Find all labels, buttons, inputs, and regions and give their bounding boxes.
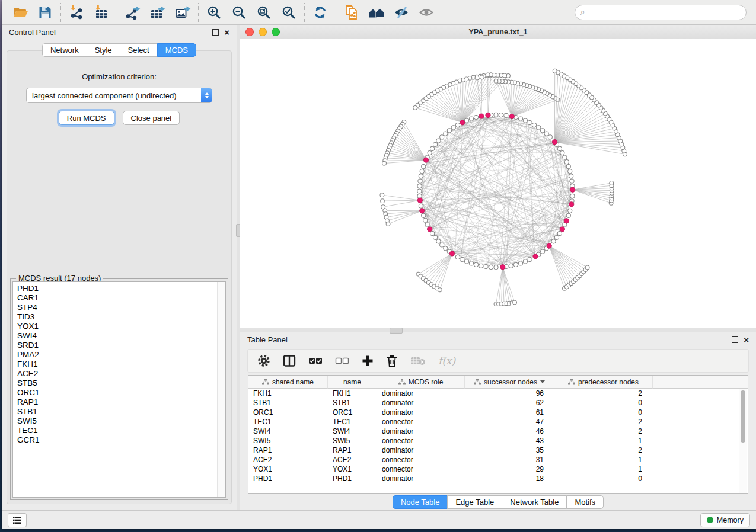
table-tab-network-table[interactable]: Network Table (502, 495, 567, 509)
mcds-result-list[interactable]: PHD1CAR1STP4TID3YOX1SWI4SRD1PMA2FKH1ACE2… (12, 281, 226, 498)
scrollbar-thumb[interactable] (741, 390, 745, 443)
mcds-result-item[interactable]: TID3 (17, 312, 217, 322)
mcds-result-item[interactable]: ACE2 (17, 369, 217, 379)
show-preview-icon[interactable] (414, 2, 439, 23)
float-panel-icon[interactable] (212, 29, 219, 36)
column-settings-icon[interactable] (257, 354, 270, 367)
memory-button[interactable]: Memory (700, 513, 750, 527)
select-all-rows-icon[interactable] (308, 357, 323, 365)
cell-shared-name: RAP1 (248, 446, 328, 455)
table-row[interactable]: ORC1ORC1dominator610 (248, 408, 748, 417)
table-panel-title: Table Panel (247, 335, 288, 344)
minimize-window-icon[interactable] (259, 28, 267, 36)
table-scrollbar[interactable] (739, 389, 747, 493)
close-window-icon[interactable] (245, 28, 254, 36)
table-row[interactable]: ACE2ACE2connector311 (248, 455, 748, 464)
mcds-result-item[interactable]: YOX1 (17, 322, 217, 331)
close-panel-button[interactable]: Close panel (123, 111, 180, 125)
apply-layout-icon[interactable] (308, 2, 333, 23)
tab-mcds[interactable]: MCDS (157, 43, 196, 57)
network-canvas[interactable] (240, 39, 756, 328)
zoom-out-icon[interactable] (227, 2, 251, 23)
import-network-icon[interactable] (64, 2, 89, 23)
mcds-result-item[interactable]: CAR1 (17, 293, 217, 303)
close-panel-icon[interactable]: × (744, 337, 749, 342)
search-input[interactable] (588, 7, 741, 17)
status-bar: Memory (2, 510, 756, 529)
column-header-successor-nodes[interactable]: successor nodes (465, 376, 554, 389)
table-row[interactable]: STB1STB1dominator620 (248, 398, 748, 408)
close-panel-icon[interactable]: × (224, 30, 229, 35)
function-builder-icon: f(x) (438, 355, 455, 367)
home-view-icon[interactable] (364, 2, 389, 23)
mcds-result-item[interactable]: ORC1 (17, 388, 217, 398)
table-row[interactable]: TEC1TEC1connector472 (248, 417, 748, 427)
mcds-result-item[interactable]: PMA2 (17, 350, 217, 360)
mcds-result-item[interactable]: SRD1 (17, 341, 217, 350)
add-column-icon[interactable] (362, 355, 374, 367)
mcds-result-item[interactable]: STB1 (17, 407, 217, 416)
zoom-in-icon[interactable] (202, 2, 227, 23)
control-panel-title: Control Panel (9, 28, 56, 37)
hide-elements-icon[interactable] (389, 2, 414, 23)
save-icon[interactable] (33, 2, 58, 23)
mcds-list-scrollbar[interactable] (217, 282, 225, 497)
table-tab-edge-table[interactable]: Edge Table (447, 495, 502, 509)
cell-successor-nodes: 62 (465, 398, 554, 408)
search-box[interactable]: ⌕ (575, 5, 747, 20)
cell-mcds-role: dominator (377, 398, 465, 408)
column-selector-icon[interactable] (283, 354, 296, 367)
zoom-selected-icon[interactable] (276, 2, 301, 23)
node-table[interactable]: shared namenameMCDS rolesuccessor nodesp… (248, 375, 748, 494)
mcds-result-item[interactable]: RAP1 (17, 398, 217, 407)
mcds-result-item[interactable]: STP4 (17, 303, 217, 312)
cell-shared-name: SWI4 (248, 427, 328, 436)
horizontal-split-divider[interactable] (240, 328, 756, 332)
column-header-predecessor-nodes[interactable]: predecessor nodes (554, 376, 653, 389)
mcds-result-group: MCDS result (17 nodes) PHD1CAR1STP4TID3Y… (10, 278, 228, 500)
mcds-result-item[interactable]: STB5 (17, 379, 217, 388)
maximize-window-icon[interactable] (272, 28, 280, 36)
task-history-button[interactable] (8, 513, 27, 527)
table-row[interactable]: YOX1YOX1connector291 (248, 464, 748, 474)
tab-style[interactable]: Style (87, 43, 120, 57)
table-row[interactable]: RAP1RAP1dominator352 (248, 446, 748, 455)
import-table-icon[interactable] (89, 2, 114, 23)
export-table-icon[interactable] (145, 2, 170, 23)
mcds-result-item[interactable]: SWI5 (17, 416, 217, 426)
split-handle[interactable] (390, 328, 403, 334)
zoom-fit-icon[interactable] (251, 2, 276, 23)
table-row[interactable]: SWI5SWI5connector431 (248, 436, 748, 446)
table-tab-node-table[interactable]: Node Table (393, 495, 448, 509)
mcds-result-item[interactable]: TEC1 (17, 426, 217, 435)
export-network-icon[interactable] (120, 2, 145, 23)
column-header-MCDS-role[interactable]: MCDS role (377, 376, 465, 389)
network-graph[interactable] (240, 39, 756, 328)
mcds-result-item[interactable]: SWI4 (17, 331, 217, 341)
optimization-criterion-label: Optimization criterion: (7, 72, 231, 81)
float-panel-icon[interactable] (732, 336, 738, 343)
table-row[interactable]: SWI4SWI4dominator462 (248, 427, 748, 436)
tab-network[interactable]: Network (42, 43, 87, 57)
open-folder-icon[interactable] (8, 2, 33, 23)
tab-select[interactable]: Select (120, 43, 158, 57)
clone-network-icon[interactable] (339, 2, 364, 23)
deselect-all-rows-icon[interactable] (335, 357, 349, 365)
run-mcds-button[interactable]: Run MCDS (59, 111, 114, 125)
network-title: YPA_prune.txt_1 (240, 28, 756, 36)
table-row[interactable]: FKH1FKH1dominator962 (248, 389, 748, 398)
criterion-select[interactable]: largest connected component (undirected) (26, 88, 212, 103)
cell-predecessor-nodes: 2 (554, 417, 653, 427)
table-tab-motifs[interactable]: Motifs (566, 495, 604, 509)
column-header-name[interactable]: name (328, 376, 377, 389)
export-image-icon[interactable] (170, 2, 195, 23)
mcds-result-item[interactable]: FKH1 (17, 360, 217, 369)
delete-column-icon[interactable] (386, 354, 398, 367)
mcds-result-item[interactable]: GCR1 (17, 435, 217, 445)
table-row[interactable]: PHD1PHD1dominator180 (248, 474, 748, 483)
cell-successor-nodes: 18 (465, 474, 554, 483)
mcds-result-item[interactable]: PHD1 (17, 284, 217, 293)
column-type-icon (398, 379, 406, 385)
cell-successor-nodes: 31 (465, 455, 554, 464)
column-header-shared-name[interactable]: shared name (248, 376, 328, 389)
